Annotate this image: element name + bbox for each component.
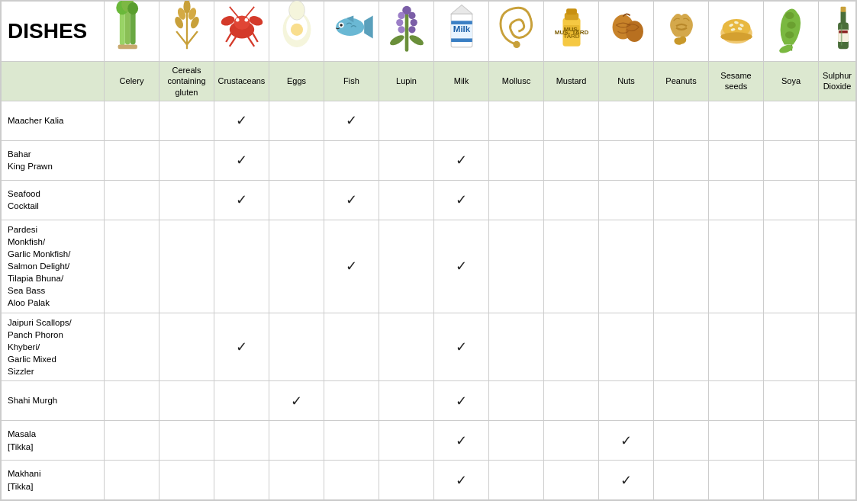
cell-sulphur [819,313,856,380]
dish-name: Maacher Kalia [2,101,105,140]
check-mark: ✓ [456,473,467,488]
cell-milk [434,101,489,140]
cell-crustaceans: ✓ [214,180,269,220]
cell-cereals [159,140,214,180]
check-mark: ✓ [236,339,247,355]
table-row: Seafood Cocktail✓✓✓ [2,180,856,220]
svg-line-13 [176,31,187,44]
cell-mustard [544,461,599,500]
svg-line-20 [229,36,236,47]
cell-soya [764,421,819,461]
svg-rect-76 [841,11,846,24]
cell-soya [764,101,819,140]
col-header-sulphur: Sulphur Dioxide [819,62,856,101]
cell-celery [105,313,159,380]
cell-lupin [379,421,434,461]
svg-point-30 [288,1,304,20]
cell-celery [105,140,159,180]
dish-name: Seafood Cocktail [2,180,105,220]
check-mark: ✓ [236,192,247,207]
cell-eggs [269,101,324,140]
svg-point-72 [785,31,794,38]
svg-point-70 [785,12,794,19]
dish-name: Makhani [Tikka] [2,461,105,500]
cell-crustaceans: ✓ [214,101,269,140]
cell-sulphur [819,140,856,180]
cell-cereals [159,220,214,313]
check-mark: ✓ [236,113,247,128]
header-icon-nuts [599,2,654,62]
cell-fish [324,140,379,180]
svg-rect-59 [566,8,577,14]
cell-sesame [709,313,764,380]
cell-mollusc [489,180,544,220]
table-row: Makhani [Tikka]✓✓ [2,461,856,500]
cell-soya [764,461,819,500]
svg-point-41 [410,19,417,26]
col-header-celery: Celery [105,62,159,101]
cell-eggs [269,313,324,380]
header-icon-mustard: MUS- TARD MUS- TARD [544,2,599,62]
cell-sesame [709,421,764,461]
cell-milk: ✓ [434,140,489,180]
svg-rect-36 [404,12,408,52]
check-mark: ✓ [456,339,467,355]
header-icon-sulphur [819,2,856,62]
cell-peanuts [654,180,709,220]
cell-milk: ✓ [434,421,489,461]
cell-fish [324,461,379,500]
cell-milk: ✓ [434,461,489,500]
cell-mollusc [489,220,544,313]
col-header-cereals: Cereals containing gluten [159,62,214,101]
check-mark: ✓ [620,473,632,488]
cell-eggs: ✓ [269,381,324,421]
svg-point-29 [290,24,302,36]
cell-cereals [159,461,214,500]
dish-name: Jaipuri Scallops/ Panch Phoron Khyberi/ … [2,313,105,380]
cell-mustard [544,180,599,220]
cell-celery [105,220,159,313]
cell-crustaceans [214,220,269,313]
svg-point-52 [513,41,520,48]
cell-mustard [544,140,599,180]
check-mark: ✓ [236,152,247,168]
col-header-milk: Milk [434,62,489,101]
cell-mustard [544,381,599,421]
cell-fish [324,421,379,461]
svg-point-71 [787,22,796,29]
cell-cereals [159,421,214,461]
svg-point-24 [244,18,248,22]
cell-peanuts [654,140,709,180]
cell-lupin [379,220,434,313]
svg-rect-50 [451,21,472,25]
header-icon-mollusc [489,2,544,62]
table-row: Masala [Tikka]✓✓ [2,421,856,461]
cell-soya [764,220,819,313]
table-title: DISHES [8,19,87,43]
svg-marker-32 [364,16,373,39]
cell-eggs [269,220,324,313]
cell-lupin [379,101,434,140]
svg-point-16 [234,16,250,30]
check-mark: ✓ [346,113,357,128]
column-header-row: CeleryCereals containing glutenCrustacea… [2,62,856,101]
cell-mollusc [489,101,544,140]
check-mark: ✓ [456,152,467,168]
cell-soya [764,381,819,421]
cell-celery [105,421,159,461]
check-mark: ✓ [456,433,467,448]
svg-point-40 [396,19,403,26]
svg-point-43 [408,26,415,33]
col-header-fish: Fish [324,62,379,101]
svg-rect-77 [841,7,846,12]
cell-peanuts [654,461,709,500]
cell-soya [764,180,819,220]
check-mark: ✓ [456,258,467,274]
cell-peanuts [654,220,709,313]
col-header-lupin: Lupin [379,62,434,101]
cell-mustard [544,421,599,461]
cell-sesame [709,101,764,140]
cell-soya [764,140,819,180]
svg-point-44 [388,34,406,47]
cell-crustaceans [214,461,269,500]
